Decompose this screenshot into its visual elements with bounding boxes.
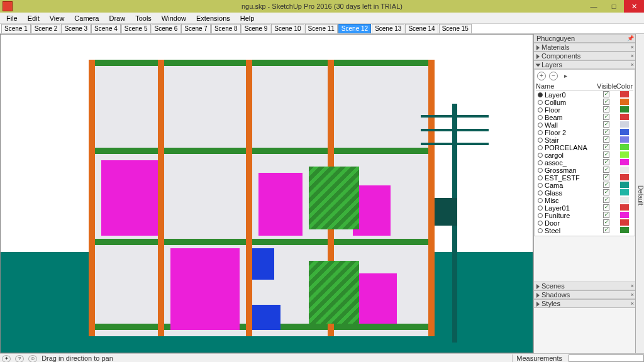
layer-color-swatch[interactable]	[616, 159, 633, 167]
layer-row[interactable]: Door	[536, 219, 633, 227]
layer-color-swatch[interactable]	[616, 99, 633, 106]
layer-row[interactable]: Layer0	[536, 91, 633, 99]
layer-active-radio[interactable]	[538, 190, 543, 195]
layer-active-radio[interactable]	[538, 168, 543, 173]
scene-tab[interactable]: Scene 15	[439, 24, 472, 33]
layer-active-radio[interactable]	[538, 115, 543, 120]
section-scenes[interactable]: Scenes×	[534, 282, 635, 290]
layer-color-swatch[interactable]	[616, 114, 633, 121]
minimize-button[interactable]: —	[584, 0, 604, 13]
viewport-3d[interactable]	[0, 34, 533, 353]
scene-tab[interactable]: Scene 14	[405, 24, 438, 33]
layer-row[interactable]: Beam	[536, 114, 633, 121]
layer-row[interactable]: Layer01	[536, 204, 633, 212]
layer-row[interactable]: Steel	[536, 227, 633, 234]
layer-active-radio[interactable]	[538, 183, 543, 188]
tray-side-tab[interactable]: Default	[635, 34, 644, 353]
layer-color-swatch[interactable]	[616, 167, 633, 174]
close-button[interactable]: ✕	[624, 0, 644, 13]
delete-layer-button[interactable]: −	[549, 72, 558, 80]
menu-view[interactable]: View	[45, 14, 70, 23]
person-icon[interactable]: ☺	[28, 355, 37, 363]
layer-color-swatch[interactable]	[616, 227, 633, 234]
credits-icon[interactable]: ?	[15, 355, 24, 363]
menu-file[interactable]: File	[1, 14, 23, 23]
layer-row[interactable]: Grossman	[536, 167, 633, 174]
layer-active-radio[interactable]	[538, 153, 543, 158]
layer-active-radio[interactable]	[538, 175, 543, 180]
scene-tab[interactable]: Scene 2	[31, 24, 61, 33]
scene-tab[interactable]: Scene 7	[181, 24, 211, 33]
scene-tab[interactable]: Scene 8	[211, 24, 241, 33]
layer-active-radio[interactable]	[538, 100, 543, 105]
layer-row[interactable]: Glass	[536, 189, 633, 197]
menu-draw[interactable]: Draw	[104, 14, 130, 23]
scene-tab[interactable]: Scene 9	[242, 24, 271, 33]
layer-active-radio[interactable]	[538, 145, 543, 150]
menu-help[interactable]: Help	[235, 14, 260, 23]
layer-color-swatch[interactable]	[616, 182, 633, 189]
maximize-button[interactable]: □	[604, 0, 624, 13]
tray-pin-icon[interactable]: 📌	[627, 35, 634, 43]
scene-tab[interactable]: Scene 12	[338, 24, 371, 33]
layer-row[interactable]: cargol	[536, 151, 633, 159]
layer-color-swatch[interactable]	[616, 151, 633, 159]
layer-color-swatch[interactable]	[616, 136, 633, 144]
section-layers[interactable]: Layers×	[534, 60, 635, 69]
geolocation-icon[interactable]: ✦	[2, 355, 11, 363]
layer-active-radio[interactable]	[538, 160, 543, 165]
scene-tab[interactable]: Scene 4	[91, 24, 121, 33]
layer-color-swatch[interactable]	[616, 189, 633, 197]
scene-tab[interactable]: Scene 3	[61, 24, 91, 33]
layer-row[interactable]: Wall	[536, 121, 633, 129]
layer-active-radio[interactable]	[538, 107, 543, 112]
layer-color-swatch[interactable]	[616, 129, 633, 136]
layers-col-visible[interactable]: Visible	[597, 82, 616, 90]
layer-active-radio[interactable]	[538, 138, 543, 143]
layer-color-swatch[interactable]	[616, 212, 633, 219]
layer-row[interactable]: Floor 2	[536, 129, 633, 136]
layer-row[interactable]: Stair	[536, 136, 633, 144]
layer-color-swatch[interactable]	[616, 121, 633, 129]
section-components[interactable]: Components×	[534, 52, 635, 60]
layer-active-radio[interactable]	[538, 123, 543, 128]
layer-row[interactable]: EST_ESTF	[536, 174, 633, 182]
layer-active-radio[interactable]	[538, 206, 543, 211]
scene-tab[interactable]: Scene 13	[372, 24, 404, 33]
layer-color-swatch[interactable]	[616, 106, 633, 114]
scene-tab[interactable]: Scene 11	[305, 24, 338, 33]
section-shadows[interactable]: Shadows×	[534, 290, 635, 299]
scene-tab[interactable]: Scene 1	[1, 24, 31, 33]
layer-row[interactable]: PORCELANA	[536, 144, 633, 151]
layer-visible-checkbox[interactable]	[597, 227, 616, 234]
layer-row[interactable]: Misc	[536, 197, 633, 204]
layer-color-swatch[interactable]	[616, 204, 633, 212]
tray-title[interactable]: Phucnguyen 📌	[534, 34, 635, 43]
menu-tools[interactable]: Tools	[130, 14, 157, 23]
layer-color-swatch[interactable]	[616, 219, 633, 227]
layer-active-radio[interactable]	[538, 221, 543, 226]
layer-color-swatch[interactable]	[616, 144, 633, 151]
layers-col-name[interactable]: Name	[536, 82, 597, 90]
layer-active-radio[interactable]	[538, 213, 543, 218]
layer-active-radio[interactable]	[538, 228, 543, 233]
scene-tab[interactable]: Scene 5	[121, 24, 151, 33]
layer-active-radio[interactable]	[538, 130, 543, 135]
scene-tab[interactable]: Scene 10	[271, 24, 304, 33]
layer-color-swatch[interactable]	[616, 91, 633, 99]
layer-color-swatch[interactable]	[616, 174, 633, 182]
layers-menu-button[interactable]: ▸	[561, 72, 570, 81]
menu-extensions[interactable]: Extensions	[191, 14, 235, 23]
section-materials[interactable]: Materials×	[534, 43, 635, 52]
layer-active-radio[interactable]	[538, 198, 543, 203]
scene-tab[interactable]: Scene 6	[152, 24, 181, 33]
layer-row[interactable]: Collum	[536, 99, 633, 106]
layer-row[interactable]: Funiture	[536, 212, 633, 219]
layer-active-radio[interactable]	[538, 92, 543, 97]
layers-col-color[interactable]: Color	[616, 82, 633, 90]
menu-window[interactable]: Window	[157, 14, 191, 23]
layer-color-swatch[interactable]	[616, 197, 633, 204]
menu-edit[interactable]: Edit	[23, 14, 45, 23]
menu-camera[interactable]: Camera	[69, 14, 104, 23]
layer-row[interactable]: Floor	[536, 106, 633, 114]
